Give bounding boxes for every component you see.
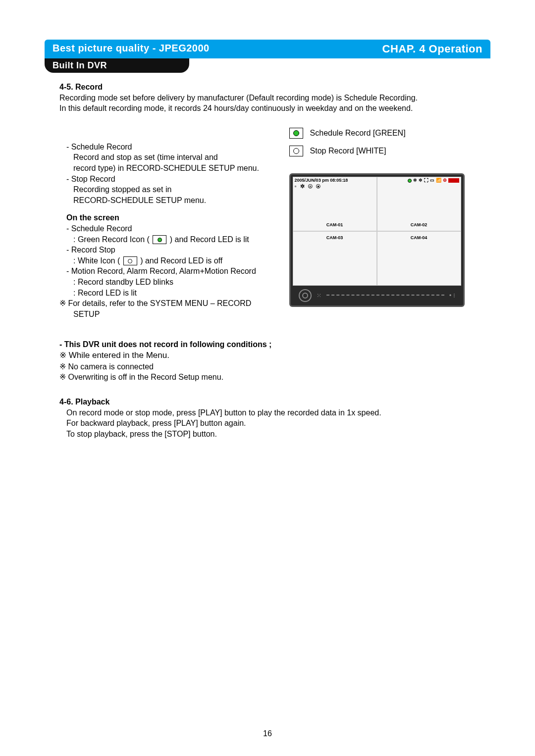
record-white-icon: [123, 256, 137, 265]
stop-record-label: - Stop Record: [59, 174, 284, 185]
playback-line2: For backward playback, press [PLAY] butt…: [59, 418, 476, 429]
record-intro-1: Recording mode set before delivery by ma…: [59, 93, 476, 103]
jog-dial-icon: [299, 289, 312, 302]
dvr-topbar: 2005/JUN/03 pm 08:05:18 ▫ ✲ ⦾ ⦿ ✲ ✲ ⛶ ▭ …: [293, 177, 461, 195]
panel-led-icon: • ⁝: [449, 292, 455, 300]
on-screen-line2b-pre: : White Icon (: [73, 256, 120, 265]
sub-header: Built In DVR: [45, 58, 189, 73]
on-screen-line3: - Motion Record, Alarm Record, Alarm+Mot…: [59, 266, 284, 277]
stop-record-desc2: RECORD-SCHEDULE SETUP menu.: [59, 195, 284, 206]
panel-buttons-icon: [326, 295, 444, 296]
dvr-cell-cam4: CAM-04: [377, 231, 461, 286]
schedule-record-label: - Schedule Record: [59, 142, 284, 152]
dvr-device-illustration: 2005/JUN/03 pm 08:05:18 ▫ ✲ ⦾ ⦿ ✲ ✲ ⛶ ▭ …: [289, 173, 465, 307]
conditions-title: - This DVR unit does not record in follo…: [59, 339, 476, 350]
legend-green-swatch: [289, 128, 303, 139]
on-screen-line3b: : Record LED is lit: [59, 288, 284, 299]
legend-white-swatch: [289, 146, 303, 156]
on-screen-line3a: : Record standby LED blinks: [59, 277, 284, 288]
dvr-front-panel: ⁙ • ⁝: [293, 286, 461, 305]
schedule-record-desc2: record type) in RECORD-SCHEDULE SETUP me…: [59, 163, 284, 174]
record-footnote: ※ For details, refer to the SYSTEM MENU …: [59, 298, 284, 309]
legend-white-label: Stop Record [WHITE]: [310, 146, 386, 156]
column-right: Schedule Record [GREEN] Stop Record [WHI…: [289, 128, 476, 307]
status-record-icon: [408, 179, 412, 183]
conditions-3: ※ Overwriting is off in the Record Setup…: [59, 372, 476, 383]
on-screen-line1: - Schedule Record: [59, 223, 284, 234]
on-screen-line2b-post: ) and Record LED is off: [140, 256, 222, 265]
record-intro-2: In this default recording mode, it recor…: [59, 103, 476, 114]
status-signal-icon: 📶: [436, 178, 441, 183]
on-screen-line1b: : Green Record Icon ( ) and Record LED i…: [59, 234, 284, 245]
playback-line1: On record mode or stop mode, press [PLAY…: [59, 407, 476, 418]
header-right: CHAP. 4 Operation: [328, 40, 490, 58]
legend-white-row: Stop Record [WHITE]: [289, 146, 476, 156]
playback-line3: To stop playback, press the [STOP] butto…: [59, 429, 476, 440]
playback-block: 4-6. Playback On record mode or stop mod…: [59, 397, 476, 439]
dvr-cell-cam3: CAM-03: [293, 231, 377, 286]
dvr-status-icons: ✲ ✲ ⛶ ▭ 📶 ⚙: [408, 178, 459, 183]
status-alert-icon: ⚙: [443, 178, 447, 183]
stop-record-desc1: Recording stopped as set in: [59, 184, 284, 195]
on-screen-title: On the screen: [59, 212, 284, 223]
on-screen-line2: - Record Stop: [59, 245, 284, 255]
panel-dots-icon: ⁙: [317, 292, 321, 300]
status-icon: ▭: [430, 178, 434, 183]
dvr-screen: 2005/JUN/03 pm 08:05:18 ▫ ✲ ⦾ ⦿ ✲ ✲ ⛶ ▭ …: [293, 177, 461, 286]
dvr-timestamp: 2005/JUN/03 pm 08:05:18: [295, 178, 348, 183]
schedule-record-desc1: Record and stop as set (time interval an…: [59, 152, 284, 163]
record-footnote-b: SETUP: [59, 309, 284, 320]
on-screen-line1b-pre: : Green Record Icon (: [73, 235, 150, 244]
white-dot-icon: [293, 148, 299, 154]
status-icon: ✲: [419, 178, 423, 183]
section-playback-title: 4-6. Playback: [59, 397, 476, 407]
record-green-icon: [153, 235, 166, 244]
green-dot-icon: [293, 130, 299, 136]
header-left: Best picture quality - JPEG2000: [45, 40, 328, 58]
conditions-1: ※ While entered in the Menu.: [59, 350, 476, 361]
page-number: 16: [0, 729, 535, 738]
conditions-block: - This DVR unit does not record in follo…: [59, 339, 476, 383]
legend-green-label: Schedule Record [GREEN]: [310, 128, 406, 139]
section-record-title: 4-5. Record: [59, 82, 476, 93]
two-column-area: - Schedule Record Record and stop as set…: [59, 128, 476, 320]
status-icon: ⛶: [424, 178, 428, 183]
conditions-2: ※ No camera is connected: [59, 361, 476, 372]
status-icon: ✲: [413, 178, 417, 183]
on-screen-line1b-post: ) and Record LED is lit: [170, 235, 249, 244]
content-body: 4-5. Record Recording mode set before de…: [45, 73, 490, 439]
page: Best picture quality - JPEG2000 CHAP. 4 …: [0, 0, 535, 756]
status-red-bar: [448, 178, 459, 183]
dvr-bottom-icons: ▫ ✲ ⦾ ⦿: [295, 183, 348, 189]
white-dot-icon: [128, 259, 132, 263]
dvr-top-left: 2005/JUN/03 pm 08:05:18 ▫ ✲ ⦾ ⦿: [295, 178, 348, 189]
legend-green-row: Schedule Record [GREEN]: [289, 128, 476, 139]
on-screen-line2b: : White Icon ( ) and Record LED is off: [59, 255, 284, 266]
page-header: Best picture quality - JPEG2000 CHAP. 4 …: [45, 40, 490, 58]
green-dot-icon: [158, 238, 162, 242]
column-left: - Schedule Record Record and stop as set…: [59, 128, 289, 320]
